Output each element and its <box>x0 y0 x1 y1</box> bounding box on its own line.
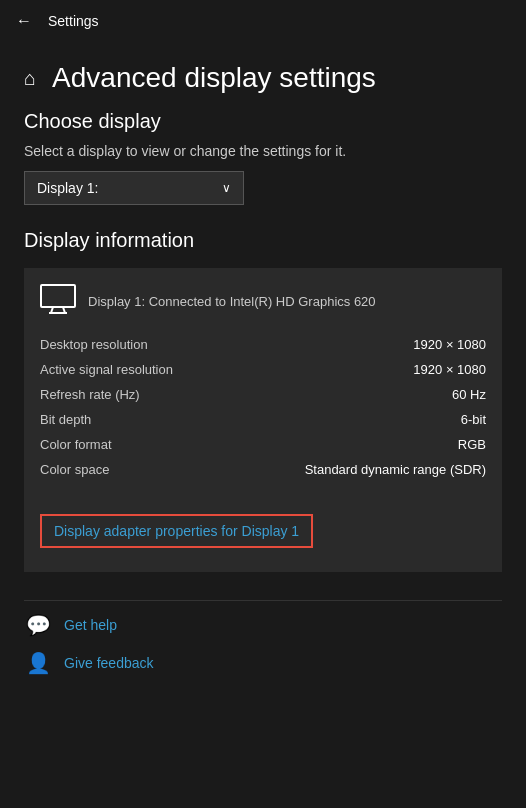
table-row: Active signal resolution 1920 × 1080 <box>40 357 486 382</box>
footer-icon-1: 👤 <box>24 651 52 675</box>
info-value: 6-bit <box>461 412 486 427</box>
adapter-properties-link[interactable]: Display adapter properties for Display 1 <box>54 523 299 539</box>
table-row: Color space Standard dynamic range (SDR) <box>40 457 486 482</box>
info-label: Desktop resolution <box>40 337 220 352</box>
display-info-title: Display information <box>24 229 502 252</box>
top-bar-title: Settings <box>48 13 99 29</box>
footer-icon-0: 💬 <box>24 613 52 637</box>
info-label: Active signal resolution <box>40 362 220 377</box>
footer-links: 💬 Get help 👤 Give feedback <box>0 580 526 709</box>
adapter-link-container: Display adapter properties for Display 1 <box>40 514 313 548</box>
table-row: Refresh rate (Hz) 60 Hz <box>40 382 486 407</box>
top-bar: ← Settings <box>0 0 526 42</box>
choose-display-subtitle: Select a display to view or change the s… <box>24 143 502 159</box>
footer-link-0[interactable]: 💬 Get help <box>24 613 502 637</box>
info-value: Standard dynamic range (SDR) <box>305 462 486 477</box>
info-label: Refresh rate (Hz) <box>40 387 220 402</box>
info-value: 60 Hz <box>452 387 486 402</box>
info-label: Bit depth <box>40 412 220 427</box>
display-dropdown-container: Display 1: ∨ <box>24 171 502 205</box>
choose-display-title: Choose display <box>24 110 502 133</box>
page-header: ⌂ Advanced display settings <box>0 42 526 110</box>
svg-rect-0 <box>41 285 75 307</box>
info-value: 1920 × 1080 <box>413 337 486 352</box>
back-button[interactable]: ← <box>16 12 32 30</box>
footer-divider <box>24 600 502 601</box>
chevron-down-icon: ∨ <box>222 181 231 195</box>
info-label: Color space <box>40 462 220 477</box>
display-card: Display 1: Connected to Intel(R) HD Grap… <box>24 268 502 572</box>
monitor-icon <box>40 284 76 318</box>
home-icon[interactable]: ⌂ <box>24 67 36 90</box>
footer-link-label-1: Give feedback <box>64 655 154 671</box>
display-dropdown[interactable]: Display 1: ∨ <box>24 171 244 205</box>
display-dropdown-value: Display 1: <box>37 180 98 196</box>
footer-link-1[interactable]: 👤 Give feedback <box>24 651 502 675</box>
display-device-name: Display 1: Connected to Intel(R) HD Grap… <box>88 294 376 309</box>
info-table: Desktop resolution 1920 × 1080 Active si… <box>40 332 486 482</box>
info-value: RGB <box>458 437 486 452</box>
info-label: Color format <box>40 437 220 452</box>
info-value: 1920 × 1080 <box>413 362 486 377</box>
display-info-section: Display information Display 1: Connected… <box>0 229 526 572</box>
table-row: Desktop resolution 1920 × 1080 <box>40 332 486 357</box>
choose-display-section: Choose display Select a display to view … <box>0 110 526 205</box>
display-device-row: Display 1: Connected to Intel(R) HD Grap… <box>40 284 486 318</box>
footer-link-label-0: Get help <box>64 617 117 633</box>
table-row: Color format RGB <box>40 432 486 457</box>
page-title: Advanced display settings <box>52 62 376 94</box>
table-row: Bit depth 6-bit <box>40 407 486 432</box>
